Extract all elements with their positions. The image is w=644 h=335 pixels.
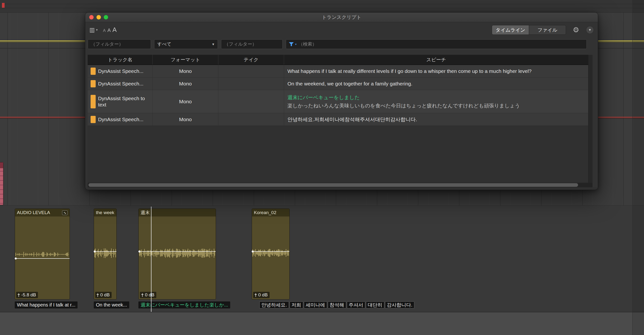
view-segmented-control: タイムライン ファイル	[492, 25, 566, 35]
speech-cell[interactable]: 週末にバーベキューをしました 楽しかったねいろんな美味しいものを食べた今日はちょ…	[284, 90, 588, 113]
speech-cell[interactable]: What happens if I talk at really differe…	[284, 65, 588, 77]
format-cell: Mono	[153, 77, 218, 90]
region-volume-line[interactable]	[139, 251, 216, 252]
caption-word: 감사합니다.	[385, 302, 414, 309]
waveform	[252, 247, 289, 259]
track-cell: DynAssist Speech...	[88, 77, 153, 90]
speech-text: What happens if I talk at really differe…	[288, 68, 532, 75]
font-small-button[interactable]: A	[103, 28, 106, 33]
search-input[interactable]	[298, 41, 584, 47]
region-gain-badge[interactable]: 0 dB	[95, 292, 112, 298]
region-name: 週末	[140, 210, 150, 216]
action-menu-button[interactable]: ▾	[586, 26, 594, 34]
format-cell: Mono	[153, 90, 218, 113]
track-cell: DynAssist Speech...	[88, 113, 153, 125]
region-name: AUDIO LEVELA	[17, 210, 50, 215]
project-end-area	[632, 0, 644, 335]
audio-region[interactable]: AUDIO LEVELA ∿ -5.8 dB	[15, 209, 70, 300]
table-row[interactable]: DynAssist Speech... Mono On the weekend,…	[88, 77, 588, 90]
toolbar-right-group: タイムライン ファイル ⚙ ▾	[492, 25, 594, 35]
gain-fader-icon	[96, 293, 99, 297]
gear-icon[interactable]: ⚙	[573, 26, 579, 33]
tab-timeline[interactable]: タイムライン	[492, 25, 529, 34]
speech-text: On the weekend, we got together for a fa…	[288, 80, 412, 87]
track-cell: DynAssist Speech to text	[88, 90, 153, 113]
zoom-button[interactable]	[104, 15, 108, 19]
window-titlebar[interactable]: トランスクリプト	[85, 12, 598, 22]
speech-cell[interactable]: On the weekend, we got together for a fa…	[284, 77, 588, 90]
take-cell	[218, 113, 284, 125]
transcript-window: トランスクリプト ▥ ▾ A A A タイムライン ファイル ⚙ ▾	[85, 12, 598, 190]
region-gain-badge[interactable]: 0 dB	[140, 292, 156, 298]
audio-region[interactable]: Korean_02 0 dB	[252, 209, 290, 300]
caption-word: 안녕하세요.	[260, 302, 289, 309]
table-header: トラック名 フォーマット テイク スピーチ	[88, 55, 588, 65]
chevron-down-icon: ▾	[96, 28, 98, 32]
track-cell: DynAssist Speech...	[88, 65, 153, 77]
region-volume-line[interactable]	[252, 251, 290, 252]
waveform	[139, 247, 215, 260]
caption-word: 대단히	[366, 302, 384, 309]
table-row[interactable]: DynAssist Speech... Mono 안녕하세요.저희세미나에참석해…	[88, 113, 588, 126]
speech-cell[interactable]: 안녕하세요.저희세미나에참석해주셔서대단히감사합니다.	[284, 113, 588, 125]
column-header-format[interactable]: フォーマット	[153, 55, 218, 65]
track-header-strip	[0, 0, 644, 12]
region-name: the week	[96, 210, 114, 215]
take-cell	[218, 90, 284, 113]
region-volume-line[interactable]	[15, 258, 70, 259]
region-caption-korean: 안녕하세요.저희세미나에참석해주셔서대단히감사합니다.	[260, 302, 414, 309]
track-name: DynAssist Speech...	[98, 81, 144, 87]
region-color-marker	[90, 80, 96, 87]
font-size-buttons: A A A	[103, 26, 117, 33]
audio-region[interactable]: 週末 0 dB	[138, 209, 216, 300]
minimize-button[interactable]	[96, 15, 101, 19]
table-row[interactable]: DynAssist Speech... Mono What happens if…	[88, 65, 588, 77]
table-row[interactable]: DynAssist Speech to text Mono 週末にバーベキューを…	[88, 90, 588, 113]
gain-fader-icon	[254, 293, 257, 297]
region-caption: What happens if I talk at r...	[15, 302, 78, 309]
region-header: the week	[94, 209, 116, 217]
region-color-marker	[90, 116, 96, 123]
audio-region[interactable]: the week 0 dB	[94, 209, 117, 300]
caption-word: 참석해	[328, 302, 346, 309]
horizontal-scrollbar[interactable]	[88, 183, 592, 187]
region-header: AUDIO LEVELA ∿	[15, 209, 70, 217]
transcript-toolbar: ▥ ▾ A A A タイムライン ファイル ⚙ ▾	[85, 22, 598, 37]
font-medium-button[interactable]: A	[108, 27, 111, 33]
search-field[interactable]: ▾	[286, 39, 587, 49]
track-name: DynAssist Speech...	[98, 116, 144, 123]
vertical-scrollbar[interactable]	[588, 55, 592, 183]
close-button[interactable]	[89, 15, 94, 19]
midi-region-fragment[interactable]	[0, 162, 4, 205]
font-large-button[interactable]: A	[112, 26, 117, 33]
region-gain-badge[interactable]: 0 dB	[253, 292, 270, 298]
take-filter-input[interactable]	[221, 39, 283, 49]
speech-text: 안녕하세요.저희세미나에참석해주셔서대단히감사합니다.	[288, 116, 417, 123]
lane-divider	[0, 8, 644, 8]
region-gain-badge[interactable]: -5.8 dB	[16, 292, 38, 298]
region-volume-line[interactable]	[94, 251, 116, 252]
region-color-marker	[90, 68, 96, 75]
region-caption: On the week...	[94, 302, 129, 309]
filter-row: すべて ▼ ▾	[85, 37, 598, 52]
format-cell: Mono	[153, 65, 218, 77]
window-footer	[85, 187, 598, 189]
chevron-down-icon: ▼	[212, 42, 215, 46]
playhead[interactable]	[151, 207, 152, 312]
filter-funnel-icon[interactable]	[289, 42, 294, 46]
waveform	[16, 250, 69, 259]
gain-value: 0 dB	[258, 292, 268, 298]
take-cell	[218, 65, 284, 77]
format-select[interactable]: すべて ▼	[154, 39, 218, 49]
column-header-track[interactable]: トラック名	[88, 55, 153, 65]
column-header-speech[interactable]: スピーチ	[284, 55, 588, 65]
horizontal-scrollbar-thumb[interactable]	[88, 183, 578, 187]
caption-word: 주셔서	[347, 302, 365, 309]
flex-mode-icon: ∿	[62, 210, 68, 215]
chevron-down-icon: ▾	[295, 43, 297, 46]
region-header: Korean_02	[252, 209, 290, 217]
column-chooser-button[interactable]: ▥ ▾	[90, 26, 98, 33]
track-filter-input[interactable]	[88, 39, 151, 49]
tab-file[interactable]: ファイル	[529, 25, 566, 34]
column-header-take[interactable]: テイク	[218, 55, 284, 65]
